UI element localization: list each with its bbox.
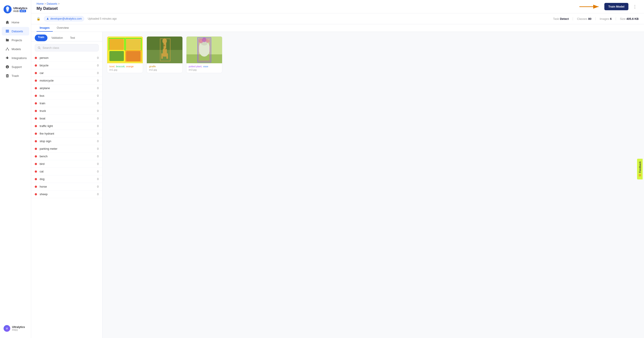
main-content: Home > Datasets > My Dataset Tr [31,0,644,338]
more-options-button[interactable]: ⋮ [631,3,639,10]
class-count: 0 [94,185,99,188]
class-name: fire hydrant [40,132,94,135]
dataset-meta-bar: 🔒 developer@ultralytics.com Uploaded 5 m… [31,13,644,24]
image-grid: bowl, broccoli, orange im1.jpg [107,36,640,73]
class-count: 0 [94,71,99,75]
class-dot [35,132,37,135]
image-thumbnail [107,36,143,63]
class-name: parking meter [40,147,94,150]
tab-images[interactable]: Images [36,24,53,32]
list-item[interactable]: traffic light 0 [31,122,102,130]
list-item[interactable]: horse 0 [31,183,102,190]
image-tag: giraffe [149,65,156,68]
class-dot [35,110,37,112]
train-model-button[interactable]: Train Model [604,3,628,10]
support-icon [5,65,9,69]
class-name: bus [40,94,94,97]
list-item[interactable]: sheep 0 [31,190,102,198]
class-count: 0 [94,155,99,158]
image-tag: potted plant, [189,65,202,68]
page-header: Home > Datasets > My Dataset Tr [31,0,644,13]
class-name: stop sign [40,140,94,143]
tab-validation[interactable]: Validation [48,34,66,41]
svg-rect-28 [163,49,167,56]
svg-point-14 [38,47,40,48]
image-filename: im3.jpg [189,68,220,71]
class-dot [35,148,37,150]
image-card[interactable]: giraffe im2.jpg [146,36,183,73]
list-item[interactable]: bench 0 [31,152,102,160]
class-name: bird [40,162,94,166]
list-item[interactable]: stop sign 0 [31,138,102,145]
list-item[interactable]: car 0 [31,69,102,77]
list-item[interactable]: bicycle 0 [31,62,102,69]
image-card[interactable]: bowl, broccoli, orange im1.jpg [107,36,143,73]
image-filename: im1.jpg [110,68,140,71]
list-item[interactable]: parking meter 0 [31,145,102,152]
list-item[interactable]: person 0 [31,54,102,62]
list-item[interactable]: bus 0 [31,92,102,100]
sidebar-item-models[interactable]: Models [2,45,29,53]
list-item[interactable]: truck 0 [31,107,102,115]
class-count: 0 [94,140,99,143]
class-dot [35,163,37,165]
sidebar-item-trash[interactable]: Trash [2,72,29,80]
split-tabs: Train Validation Test [31,32,102,42]
svg-line-9 [6,48,7,50]
class-name: dog [40,177,94,181]
list-item[interactable]: motorcycle 0 [31,77,102,84]
svg-rect-17 [110,39,124,50]
image-panel: bowl, broccoli, orange im1.jpg [102,32,644,338]
list-item[interactable]: dog 0 [31,175,102,183]
tab-test[interactable]: Test [67,34,78,41]
list-item[interactable]: bird 0 [31,160,102,168]
logo-area: Ultralytics HUB BETA [0,4,31,18]
main-tabs: Images Overview [31,24,644,32]
image-card[interactable]: potted plant, vase im3.jpg [186,36,222,73]
models-icon [5,47,9,51]
breadcrumb: Home > Datasets > [36,2,60,5]
svg-rect-30 [161,53,163,59]
class-name: traffic light [40,124,94,128]
ultralytics-logo [4,5,12,13]
svg-rect-19 [110,51,124,61]
class-dot [35,102,37,104]
sidebar-item-support[interactable]: Support [2,62,29,71]
class-name: train [40,102,94,105]
svg-point-13 [47,18,48,19]
list-item[interactable]: fire hydrant 0 [31,130,102,138]
avatar: U [4,325,10,332]
sidebar-item-home[interactable]: Home [2,18,29,26]
svg-rect-18 [126,39,140,50]
class-dot [35,118,37,120]
class-count: 0 [94,170,99,173]
sidebar-item-datasets[interactable]: Datasets [2,27,29,36]
image-filename: im2.jpg [149,68,180,71]
page-title: My Dataset [36,6,60,11]
tab-train[interactable]: Train [35,34,48,41]
svg-line-10 [7,48,8,50]
sidebar-item-projects[interactable]: Projects [2,36,29,44]
feedback-button[interactable]: 😊 Feedback [637,159,643,179]
list-item[interactable]: cat 0 [31,168,102,175]
class-dot [35,64,37,66]
list-item[interactable]: train 0 [31,100,102,107]
lock-icon: 🔒 [36,17,40,20]
tab-overview[interactable]: Overview [54,24,72,32]
svg-rect-31 [166,53,168,59]
user-profile[interactable]: U Ultralytics FREE [0,322,31,334]
list-item[interactable]: airplane 0 [31,84,102,92]
svg-point-40 [202,38,206,42]
image-tag: vase [203,65,208,68]
logo-text: Ultralytics HUB BETA [13,6,28,12]
list-item[interactable]: boat 0 [31,115,102,122]
user-icon [46,18,49,20]
sidebar: Ultralytics HUB BETA Home Datasets Proje… [0,0,31,338]
class-dot [35,193,37,196]
search-input[interactable] [42,46,96,50]
class-count: 0 [94,56,99,60]
class-dot [35,170,37,173]
sidebar-item-integrations[interactable]: Integrations [2,54,29,62]
svg-rect-20 [126,51,140,61]
svg-line-15 [40,48,40,49]
